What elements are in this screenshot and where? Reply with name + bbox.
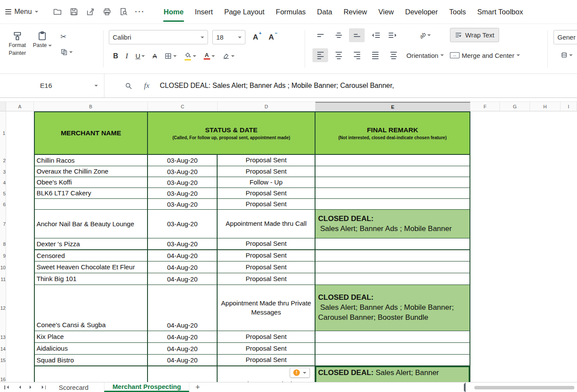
font-size-select[interactable]: 18 [212,30,245,44]
orientation-menu-button[interactable]: Orientation [406,48,444,62]
final-remark-cell[interactable] [315,273,470,285]
merchant-name-cell[interactable]: Squad Bistro [34,355,148,366]
final-remark-cell[interactable] [315,250,470,261]
font-color-button[interactable]: A [202,51,217,61]
column-header-B[interactable]: B [34,102,148,111]
final-remark-cell[interactable] [315,238,470,250]
status-cell[interactable]: Proposal Sent [218,343,315,355]
save-button[interactable] [68,6,80,18]
cell-a[interactable] [6,261,34,273]
status-date-cell[interactable]: 04-Aug-20 [148,343,218,355]
align-middle-button[interactable] [331,28,346,42]
next-sheet-button[interactable] [29,385,34,390]
cell-a[interactable] [6,343,34,355]
last-sheet-button[interactable] [41,385,47,390]
cell-a[interactable] [6,210,34,238]
merchant-name-cell[interactable]: Kix Place [34,331,148,343]
row-number[interactable]: 3 [0,166,6,177]
export-button[interactable] [84,6,97,18]
formula-content[interactable]: CLOSED DEAL: Sales Alert; Banner Ads ; M… [160,82,394,90]
row-number[interactable]: 13 [0,331,6,343]
tab-home[interactable]: Home [158,0,189,24]
error-checking-dropdown[interactable]: ! [290,368,310,378]
status-date-cell[interactable]: 03-Aug-20 [148,177,218,188]
text-orientation-button[interactable]: ab [416,28,434,42]
column-header-I[interactable]: I [560,102,577,111]
status-cell[interactable]: Proposal Sent [218,355,315,366]
status-date-cell[interactable]: 03-Aug-20 [148,199,218,210]
column-header-E[interactable]: E [315,102,470,111]
sheet-tab-merchant-prospecting[interactable]: Merchant Prospecting [104,382,189,392]
status-date-cell[interactable]: 03-Aug-20 [148,238,218,250]
row-number[interactable]: 5 [0,188,6,199]
status-date-cell[interactable]: 04-Aug-20 [148,355,218,366]
merchant-name-cell[interactable]: Aidalicious [34,343,148,355]
final-remark-cell[interactable]: CLOSED DEAL: Sales Alert; Banner [315,366,470,382]
cell-a[interactable] [6,331,34,343]
merchant-name-cell[interactable]: Obee's Koffi [34,177,148,188]
clear-format-button[interactable] [221,51,236,61]
status-cell[interactable]: Proposal Sent [218,188,315,199]
row-number[interactable]: 7 [0,210,6,238]
align-bottom-button[interactable] [349,28,365,42]
row-number[interactable]: 10 [0,261,6,273]
merchant-name-cell[interactable]: Dexter 's Pizza [34,238,148,250]
merge-and-center-button[interactable]: ↔ Merge and Center [450,48,520,62]
cell-a[interactable] [6,155,34,166]
status-date-cell[interactable]: 04-Aug-20 [148,261,218,273]
tab-page-layout[interactable]: Page Layout [218,0,270,24]
open-file-button[interactable] [51,6,64,18]
merchant-name-cell[interactable]: Sweet Heaven Chocolate Et Fleur [34,261,148,273]
final-remark-cell[interactable] [315,177,470,188]
column-header-D[interactable]: D [218,102,315,111]
status-date-cell[interactable]: 04-Aug-20 [148,273,218,285]
strikethrough-button[interactable]: A [151,51,158,61]
more-commands-button[interactable]: ··· [135,7,145,16]
align-left-button[interactable] [312,48,328,62]
number-format-select[interactable]: Gener [554,30,577,44]
final-remark-cell[interactable] [315,166,470,177]
tab-tools[interactable]: Tools [443,0,472,24]
menu-button[interactable]: Menu [5,8,38,16]
final-remark-cell[interactable]: CLOSED DEAL: Sales Alert; Banner Ads ; M… [315,210,470,238]
status-cell[interactable]: Proposal Sent [218,261,315,273]
status-cell[interactable]: Proposal Sent [218,199,315,210]
select-all-corner[interactable] [0,102,6,111]
cell-a[interactable] [6,250,34,261]
print-button[interactable] [101,6,113,18]
status-date-cell[interactable] [148,366,218,382]
accounting-format-button[interactable] [559,50,574,60]
status-cell[interactable]: Proposal Sent [218,273,315,285]
merchant-name-cell[interactable] [34,366,148,382]
increase-indent-button[interactable] [386,28,401,42]
format-painter-button[interactable]: Format Painter [6,28,29,59]
final-remark-cell[interactable] [315,261,470,273]
tab-insert[interactable]: Insert [189,0,218,24]
final-remark-cell[interactable] [315,188,470,199]
merchant-name-cell[interactable]: Chillin Racos [34,155,148,166]
fill-color-button[interactable] [182,50,198,62]
distributed-button[interactable] [386,48,401,62]
status-date-header-cell[interactable]: STATUS & DATE (Called, For follow up, pr… [148,111,315,155]
italic-button[interactable]: I [124,50,130,62]
tab-data[interactable]: Data [312,0,338,24]
status-cell[interactable]: Proposal Sent [218,155,315,166]
final-remark-header-cell[interactable]: FINAL REMARK (Not interested, closed dea… [315,111,470,155]
tab-formulas[interactable]: Formulas [270,0,312,24]
status-date-cell[interactable]: 03-Aug-20 [148,188,218,199]
row-number[interactable]: 2 [0,155,6,166]
status-date-cell[interactable]: 04-Aug-20 [148,331,218,343]
merchant-name-cell[interactable]: BLK6 LT17 Cakery [34,188,148,199]
tab-review[interactable]: Review [338,0,372,24]
decrease-font-button[interactable]: A [265,32,277,43]
cell-a[interactable] [6,366,34,382]
status-date-cell[interactable]: 03-Aug-20 [148,210,218,238]
final-remark-cell[interactable]: CLOSED DEAL: Sales Alert; Banner Ads ; M… [315,285,470,331]
merchant-name-cell[interactable]: Censored [34,250,148,261]
tab-developer[interactable]: Developer [399,0,443,24]
copy-button[interactable] [59,47,74,57]
column-header-G[interactable]: G [500,102,530,111]
merchant-name-cell[interactable] [34,199,148,210]
row-number[interactable]: 8 [0,238,6,250]
final-remark-cell[interactable] [315,331,470,343]
